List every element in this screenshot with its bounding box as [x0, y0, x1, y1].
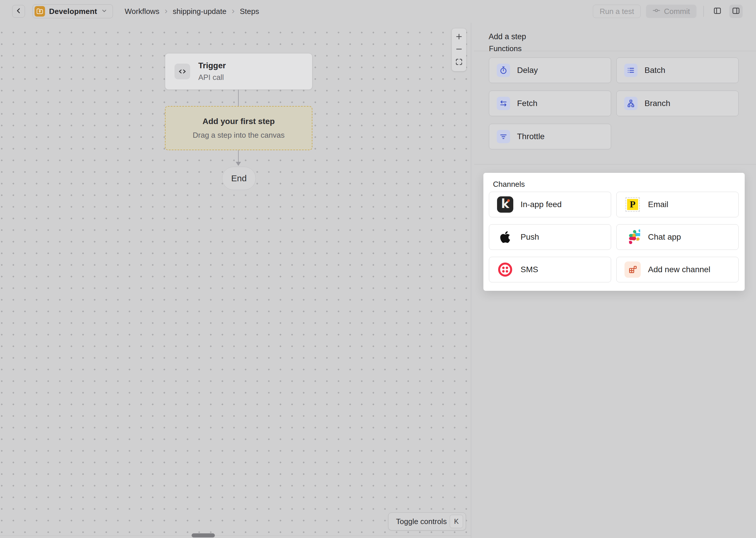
step-card-in-app-feed[interactable]: kIn-app feed: [489, 192, 611, 217]
step-card-push[interactable]: Push: [489, 224, 611, 250]
trigger-node-subtitle: API call: [198, 73, 226, 82]
section-divider: [474, 164, 756, 164]
chevron-left-icon: [15, 7, 23, 16]
dropzone-title: Add your first step: [203, 117, 275, 126]
plus-icon: [455, 32, 463, 42]
step-card-delay[interactable]: Delay: [489, 58, 611, 83]
canvas-zoom-controls: [452, 28, 466, 71]
step-card-chat-app[interactable]: Chat app: [616, 224, 738, 250]
functions-section-label: Functions: [489, 44, 522, 53]
twilio-logo: [497, 262, 513, 277]
throttle-icon: [497, 130, 510, 143]
end-node: End: [222, 167, 256, 190]
toggle-controls-button[interactable]: Toggle controls K: [388, 512, 466, 530]
slack-chat-icon: [624, 229, 641, 245]
breadcrumb-workflows[interactable]: Workflows: [124, 7, 159, 16]
breadcrumb-steps[interactable]: Steps: [240, 7, 259, 16]
twilio-sms-icon: [497, 261, 514, 278]
minus-icon: [455, 45, 463, 54]
batch-icon: [624, 64, 638, 77]
panel-right-icon: [732, 6, 740, 16]
step-card-branch[interactable]: Branch: [616, 91, 738, 116]
zoom-out-button[interactable]: [453, 44, 465, 55]
knock-feed-icon: k: [497, 196, 514, 213]
run-test-label: Run a test: [599, 7, 634, 16]
step-card-label: Throttle: [517, 132, 544, 141]
breadcrumb-separator: ›: [165, 7, 167, 15]
environment-switcher[interactable]: Development: [32, 4, 113, 18]
edge-trigger-to-placeholder: [238, 90, 239, 106]
step-card-fetch[interactable]: Fetch: [489, 91, 611, 116]
step-card-label: Push: [521, 233, 539, 242]
run-test-button[interactable]: Run a test: [593, 5, 641, 18]
channels-grid: kIn-app feedPEmailPush Chat appSMSAdd ne…: [489, 192, 738, 282]
git-commit-icon: [652, 6, 660, 17]
edge-placeholder-to-end: [238, 150, 239, 162]
step-card-batch[interactable]: Batch: [616, 58, 738, 83]
toggle-controls-label: Toggle controls: [396, 517, 447, 526]
step-card-sms[interactable]: SMS: [489, 257, 611, 282]
expand-icon: [455, 58, 463, 67]
breadcrumb: Workflows › shipping-update › Steps: [124, 7, 259, 16]
commit-label: Commit: [664, 7, 690, 16]
top-bar: Development Workflows › shipping-update …: [0, 0, 756, 23]
channels-section-label: Channels: [493, 180, 525, 189]
postmark-logo: P: [625, 197, 640, 212]
fetch-icon: [497, 97, 510, 110]
horizontal-scrollbar-track: [0, 535, 471, 536]
back-button[interactable]: [12, 5, 25, 18]
breadcrumb-separator: ›: [232, 7, 235, 15]
fit-view-button[interactable]: [453, 57, 465, 68]
slack-logo: [625, 230, 640, 244]
horizontal-scrollbar-thumb[interactable]: [192, 533, 215, 537]
trigger-node-title: Trigger: [198, 61, 226, 70]
trigger-node[interactable]: Trigger API call: [165, 53, 312, 90]
step-card-label: Email: [648, 200, 668, 209]
step-card-label: SMS: [521, 265, 538, 274]
functions-grid: DelayBatchFetchBranchThrottle: [489, 58, 738, 149]
environment-label: Development: [49, 7, 97, 16]
step-card-throttle[interactable]: Throttle: [489, 124, 611, 149]
step-card-label: Delay: [517, 66, 538, 75]
toolbar-divider: [703, 6, 704, 17]
step-card-label: In-app feed: [521, 200, 562, 209]
workflow-canvas[interactable]: Trigger API call Add your first step Dra…: [0, 23, 471, 538]
commit-button[interactable]: Commit: [646, 5, 696, 18]
add-channel-icon: [624, 261, 641, 278]
step-card-email[interactable]: PEmail: [616, 192, 738, 217]
toggle-right-panel-button[interactable]: [729, 5, 743, 18]
zoom-in-button[interactable]: [453, 31, 465, 43]
add-channel-grid-icon: [625, 261, 641, 278]
step-card-add-new-channel[interactable]: Add new channel: [616, 257, 738, 282]
step-card-label: Branch: [644, 99, 670, 108]
panel-left-icon: [713, 6, 722, 16]
step-card-label: Fetch: [517, 99, 538, 108]
delay-icon: [497, 64, 510, 77]
add-first-step-dropzone[interactable]: Add your first step Drag a step into the…: [165, 106, 312, 150]
panel-title: Add a step: [489, 32, 526, 41]
toggle-left-panel-button[interactable]: [711, 5, 724, 18]
keyboard-shortcut-badge: K: [450, 515, 463, 528]
edge-arrowhead: [236, 162, 241, 166]
code-icon: [174, 64, 190, 79]
breadcrumb-workflow-name[interactable]: shipping-update: [173, 7, 226, 16]
knock-logo: k: [497, 196, 513, 213]
apple-logo: [498, 230, 512, 244]
end-node-label: End: [231, 174, 247, 183]
branch-icon: [624, 97, 638, 110]
step-card-label: Add new channel: [648, 265, 710, 274]
step-card-label: Batch: [644, 66, 665, 75]
dropzone-subtitle: Drag a step into the canvas: [193, 131, 285, 140]
postmark-email-icon: P: [624, 196, 641, 213]
step-card-label: Chat app: [648, 233, 681, 242]
chevron-down-icon: [101, 8, 108, 15]
environment-folder-icon: [34, 6, 45, 17]
apple-push-icon: [497, 229, 514, 245]
